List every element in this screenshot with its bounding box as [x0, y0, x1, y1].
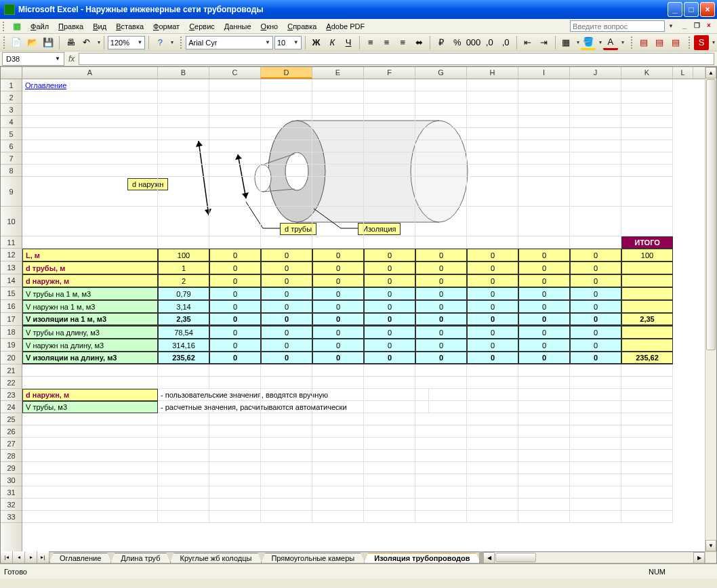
- italic-icon[interactable]: К: [325, 35, 340, 50]
- cell-D28[interactable]: [261, 450, 312, 462]
- cell-A3[interactable]: [22, 104, 158, 116]
- cell-E18[interactable]: 0: [312, 326, 364, 339]
- save-icon[interactable]: 💾: [41, 35, 56, 50]
- cell-C13[interactable]: 0: [209, 261, 261, 274]
- underline-icon[interactable]: Ч: [341, 35, 356, 50]
- row-header-21[interactable]: 21: [1, 364, 22, 377]
- cell-A6[interactable]: [22, 140, 158, 152]
- cell-B14[interactable]: 2: [158, 274, 209, 287]
- cell-H27[interactable]: [467, 438, 518, 450]
- cell-E3[interactable]: [312, 104, 364, 116]
- row-header-30[interactable]: 30: [1, 474, 22, 486]
- cell-B33[interactable]: [158, 511, 209, 523]
- cell-B12[interactable]: 100: [158, 249, 209, 261]
- cell-C28[interactable]: [209, 450, 261, 462]
- cell-H30[interactable]: [467, 474, 518, 486]
- cell-D6[interactable]: [261, 140, 312, 152]
- cell-E26[interactable]: [312, 425, 364, 438]
- cell-A7[interactable]: [22, 152, 158, 165]
- cell-G19[interactable]: 0: [415, 339, 467, 352]
- cell-A2[interactable]: [22, 91, 158, 104]
- cell-C6[interactable]: [209, 140, 261, 152]
- cell-E14[interactable]: 0: [312, 274, 364, 287]
- fontcolor-dropdown-icon[interactable]: ▾: [621, 39, 624, 45]
- cell-A15[interactable]: V трубы на 1 м, м3: [22, 287, 158, 300]
- cell-D30[interactable]: [261, 474, 312, 486]
- cell-I19[interactable]: 0: [518, 339, 570, 352]
- cell-F8[interactable]: [364, 165, 415, 177]
- cell-D27[interactable]: [261, 438, 312, 450]
- cell-C2[interactable]: [209, 91, 261, 104]
- cell-E16[interactable]: 0: [312, 300, 364, 313]
- open-icon[interactable]: 📂: [25, 35, 40, 50]
- cell-D17[interactable]: 0: [261, 313, 312, 326]
- menu-вид[interactable]: Вид: [88, 21, 111, 32]
- cell-D12[interactable]: 0: [261, 249, 312, 261]
- cell-A30[interactable]: [22, 474, 158, 486]
- cell-I4[interactable]: [518, 116, 570, 128]
- cell-J24[interactable]: [570, 401, 621, 413]
- col-header-E[interactable]: E: [312, 67, 364, 79]
- cell-E13[interactable]: 0: [312, 261, 364, 274]
- col-header-G[interactable]: G: [415, 67, 467, 79]
- cell-G32[interactable]: [415, 499, 467, 511]
- sheet-tab-4[interactable]: Изоляция трубопроводов: [364, 553, 480, 563]
- cell-F9[interactable]: [364, 177, 415, 207]
- cell-G7[interactable]: [415, 152, 467, 165]
- cell-J6[interactable]: [570, 140, 621, 152]
- cell-K6[interactable]: [621, 140, 673, 152]
- cell-G8[interactable]: [415, 165, 467, 177]
- cell-K3[interactable]: [621, 104, 673, 116]
- tab-first-icon[interactable]: |◂: [1, 551, 13, 563]
- cell-B28[interactable]: [158, 450, 209, 462]
- cell-A5[interactable]: [22, 128, 158, 140]
- cell-K30[interactable]: [621, 474, 673, 486]
- cell-H29[interactable]: [467, 462, 518, 474]
- tab-last-icon[interactable]: ▸|: [37, 551, 49, 563]
- increase-indent-icon[interactable]: ⇥: [537, 35, 552, 50]
- cell-H8[interactable]: [467, 165, 518, 177]
- cell-J15[interactable]: 0: [570, 287, 621, 300]
- cell-F25[interactable]: [364, 413, 415, 425]
- cell-F11[interactable]: [364, 236, 415, 249]
- cell-H2[interactable]: [467, 91, 518, 104]
- cell-E21[interactable]: [312, 364, 364, 377]
- cell-D9[interactable]: [261, 177, 312, 207]
- cell-G30[interactable]: [415, 474, 467, 486]
- cell-K23[interactable]: [621, 389, 673, 401]
- cell-A1[interactable]: Оглавление: [22, 79, 158, 91]
- name-box-dropdown-icon[interactable]: ▼: [55, 56, 60, 62]
- row-header-3[interactable]: 3: [1, 104, 22, 116]
- cell-F27[interactable]: [364, 438, 415, 450]
- cell-D24[interactable]: [261, 401, 312, 413]
- row-header-16[interactable]: 16: [1, 300, 22, 313]
- tab-prev-icon[interactable]: ◂: [13, 551, 25, 563]
- cell-I30[interactable]: [518, 474, 570, 486]
- cell-I6[interactable]: [518, 140, 570, 152]
- cell-F18[interactable]: 0: [364, 326, 415, 339]
- name-box[interactable]: D38 ▼: [2, 52, 64, 66]
- cell-I1[interactable]: [518, 79, 570, 91]
- row-header-7[interactable]: 7: [1, 152, 22, 165]
- cell-B10[interactable]: [158, 207, 209, 236]
- row-header-6[interactable]: 6: [1, 140, 22, 152]
- cell-A8[interactable]: [22, 165, 158, 177]
- cell-K32[interactable]: [621, 499, 673, 511]
- cell-J29[interactable]: [570, 462, 621, 474]
- cell-A25[interactable]: [22, 413, 158, 425]
- cell-G28[interactable]: [415, 450, 467, 462]
- cell-F3[interactable]: [364, 104, 415, 116]
- cell-B29[interactable]: [158, 462, 209, 474]
- cell-J25[interactable]: [570, 413, 621, 425]
- cell-I18[interactable]: 0: [518, 326, 570, 339]
- row-header-32[interactable]: 32: [1, 499, 22, 511]
- menu-данные[interactable]: Данные: [220, 21, 256, 32]
- cell-E1[interactable]: [312, 79, 364, 91]
- cell-K5[interactable]: [621, 128, 673, 140]
- cell-K4[interactable]: [621, 116, 673, 128]
- cell-B9[interactable]: [158, 177, 209, 207]
- row-header-5[interactable]: 5: [1, 128, 22, 140]
- cell-F32[interactable]: [364, 499, 415, 511]
- cell-A27[interactable]: [22, 438, 158, 450]
- cell-E28[interactable]: [312, 450, 364, 462]
